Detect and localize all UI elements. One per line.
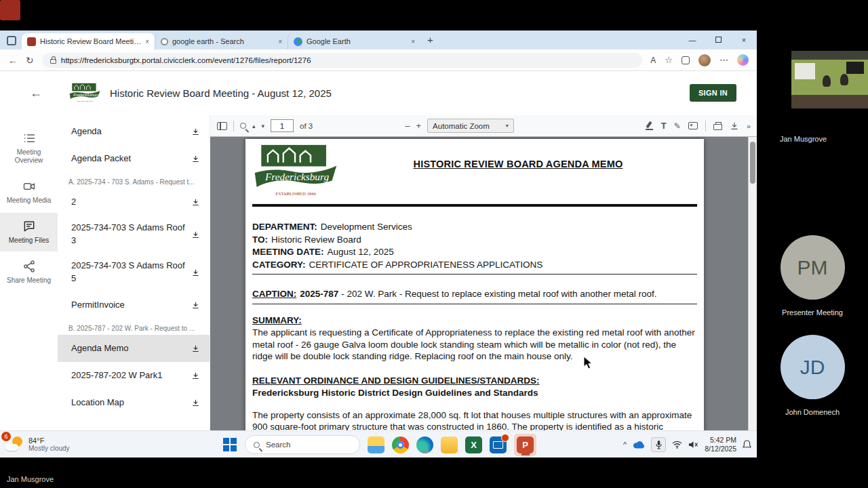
download-icon[interactable]: [191, 268, 200, 277]
highlighter-icon[interactable]: [645, 121, 654, 130]
volume-muted-icon[interactable]: [688, 441, 698, 449]
file-row-roof3[interactable]: 2025-734-703 S Adams Roof 3: [58, 216, 210, 253]
file-row-agenda[interactable]: Agenda: [58, 118, 210, 145]
start-button[interactable]: [222, 437, 237, 452]
file-row-roof5[interactable]: 2025-734-703 S Adams Roof 5: [58, 253, 210, 291]
browser-tab-strip: Historic Review Board Meeting · · × goog…: [0, 30, 757, 49]
file-explorer-icon[interactable]: [368, 436, 384, 453]
weather-widget[interactable]: 6 84°F Mostly cloudy: [5, 435, 70, 453]
outlook-icon[interactable]: [490, 436, 507, 453]
download-icon[interactable]: [191, 230, 200, 239]
system-tray: ^ 5:42 PM 8/12/2025: [623, 431, 751, 458]
meeting-panel: Jan Musgrove PM Presenter Meeting JD Joh…: [757, 0, 868, 488]
zoom-out-icon[interactable]: –: [405, 121, 410, 131]
notification-badge: 6: [1, 432, 11, 441]
new-tab-button[interactable]: +: [427, 34, 433, 45]
file-row-2[interactable]: 2: [58, 188, 210, 216]
microphone-indicator-icon[interactable]: [651, 437, 666, 452]
tab-historic-review[interactable]: Historic Review Board Meeting · · ×: [22, 33, 155, 49]
wifi-icon[interactable]: [672, 441, 682, 449]
notification-bell-icon[interactable]: [743, 440, 751, 449]
page-number-input[interactable]: [271, 119, 294, 132]
files-bubble-icon: [22, 220, 36, 233]
read-aloud-icon[interactable]: A: [650, 56, 656, 65]
file-row-location-map[interactable]: Location Map: [58, 389, 210, 416]
zoom-in-icon[interactable]: +: [416, 121, 421, 131]
more-tools-icon[interactable]: »: [747, 122, 750, 130]
pdf-page: Fredericksburg ESTABLISHED 1846 HISTORIC…: [245, 139, 704, 430]
powerpoint-icon[interactable]: P: [517, 436, 534, 453]
text-tool-icon[interactable]: T: [661, 121, 667, 131]
sidebar-item-meeting-overview[interactable]: Meeting Overview: [0, 125, 58, 171]
download-icon[interactable]: [191, 371, 200, 380]
tab-google-earth-search[interactable]: google earth - Search ×: [155, 33, 288, 49]
list-icon: [22, 131, 36, 145]
active-speaker-label: Jan Musgrove: [7, 475, 54, 483]
download-icon[interactable]: [191, 155, 200, 163]
print-icon[interactable]: [713, 124, 722, 130]
window-minimize-button[interactable]: —: [679, 30, 705, 49]
tab-title: Google Earth: [307, 37, 407, 45]
sidebar-item-meeting-files[interactable]: Meeting Files: [0, 213, 58, 251]
toggle-sidebar-icon[interactable]: [217, 122, 227, 130]
file-row-w-park1[interactable]: 2025-787-202 W Park1: [58, 362, 210, 389]
tab-close-icon[interactable]: ×: [411, 38, 415, 45]
find-icon[interactable]: [240, 123, 246, 129]
favorites-star-icon[interactable]: ☆: [665, 55, 673, 65]
tab-close-icon[interactable]: ×: [278, 38, 282, 45]
tab-google-earth[interactable]: Google Earth ×: [288, 33, 420, 49]
download-icon[interactable]: [191, 127, 200, 136]
chrome-icon[interactable]: [392, 436, 409, 453]
onedrive-icon[interactable]: [633, 441, 645, 449]
sign-in-button[interactable]: SIGN IN: [690, 84, 736, 102]
browser-profile-avatar[interactable]: [698, 54, 711, 66]
google-earth-favicon: [294, 37, 302, 46]
folder-icon[interactable]: [441, 436, 458, 453]
participant-name-label: John Domenech: [757, 408, 868, 416]
add-image-icon[interactable]: [688, 122, 698, 129]
tray-chevron-icon[interactable]: ^: [623, 441, 627, 449]
save-download-icon[interactable]: [730, 121, 739, 131]
tab-actions-icon[interactable]: [7, 36, 16, 45]
find-previous-icon[interactable]: ▴: [252, 123, 256, 129]
download-icon[interactable]: [191, 301, 200, 310]
avatar: JD: [781, 335, 845, 399]
scrollbar-thumb[interactable]: [750, 142, 755, 184]
excel-icon[interactable]: X: [465, 436, 482, 453]
file-row-agenda-memo[interactable]: Agenda Memo: [58, 335, 210, 362]
find-next-icon[interactable]: ▾: [262, 123, 265, 129]
file-row-agenda-packet[interactable]: Agenda Packet: [58, 145, 210, 172]
lock-icon: [50, 59, 56, 64]
participant-tile-jd[interactable]: JD John Domenech: [757, 335, 868, 416]
pdf-scrollbar[interactable]: [748, 137, 757, 430]
tab-close-icon[interactable]: ×: [145, 38, 149, 45]
zoom-select[interactable]: Automatic Zoom ▾: [427, 119, 514, 133]
browser-menu-icon[interactable]: ⋯: [719, 55, 728, 65]
pdf-canvas[interactable]: Fredericksburg ESTABLISHED 1846 HISTORIC…: [210, 137, 757, 430]
draw-tool-icon[interactable]: ✎: [674, 121, 681, 131]
taskbar-clock[interactable]: 5:42 PM 8/12/2025: [705, 436, 736, 453]
address-bar[interactable]: https://fredericksburgtx.portal.civiccle…: [42, 53, 643, 68]
refresh-button[interactable]: ↻: [26, 55, 34, 66]
windows-taskbar: 6 84°F Mostly cloudy Search X: [0, 430, 757, 458]
svg-text:Fredericksburg: Fredericksburg: [264, 171, 329, 182]
edge-icon[interactable]: [416, 436, 433, 453]
participant-video-jan-musgrove[interactable]: [791, 51, 868, 108]
download-icon[interactable]: [191, 198, 200, 207]
extensions-icon[interactable]: [682, 56, 690, 64]
download-icon[interactable]: [191, 399, 200, 407]
fredericksburg-logo: Fredericksburg ESTABLISHED 1846: [69, 82, 100, 105]
download-icon[interactable]: [191, 344, 200, 353]
powerpoint-active-tile[interactable]: P: [514, 434, 536, 456]
portal-back-button[interactable]: ←: [30, 86, 42, 100]
window-maximize-button[interactable]: [705, 30, 731, 49]
taskbar-search[interactable]: Search: [245, 435, 360, 454]
participant-tile-pm[interactable]: PM Presenter Meeting: [757, 235, 868, 317]
back-button[interactable]: ←: [8, 55, 18, 66]
file-row-permitinvoice[interactable]: PermitInvoice: [58, 291, 210, 319]
sidebar-item-share-meeting[interactable]: Share Meeting: [0, 253, 58, 291]
sidebar-item-meeting-media[interactable]: Meeting Media: [0, 173, 58, 211]
window-close-button[interactable]: ×: [731, 30, 757, 49]
meeting-stage: Historic Review Board Meeting · · × goog…: [0, 0, 868, 488]
copilot-icon[interactable]: [737, 54, 749, 66]
